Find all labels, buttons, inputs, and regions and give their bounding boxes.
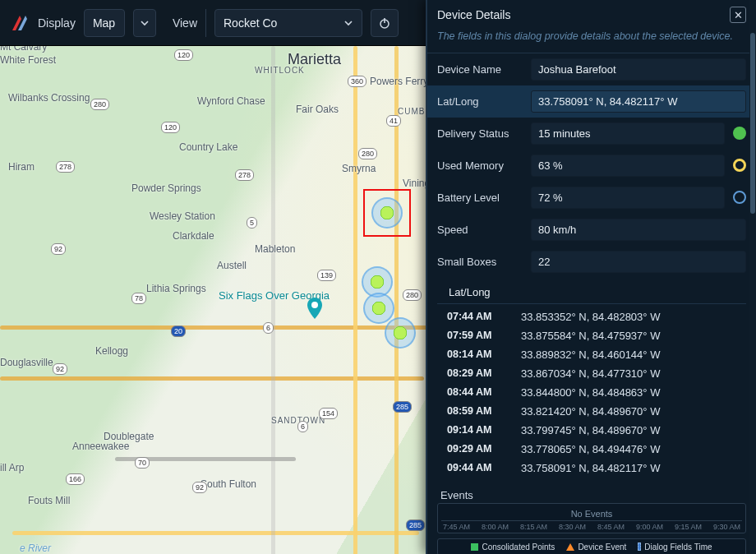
field-value[interactable]: 63 % (531, 155, 725, 177)
view-value: Rocket Co (224, 16, 277, 30)
svg-point-2 (311, 302, 318, 308)
route-shield: 41 (386, 115, 401, 127)
field-value[interactable]: 80 km/h (531, 219, 746, 241)
route-shield: 154 (319, 408, 338, 419)
map-place-label: White Forest (0, 54, 56, 66)
map-place-label: Austell (217, 260, 247, 271)
map-place-label: Douglasville (0, 357, 53, 368)
route-shield: 6 (297, 421, 308, 432)
route-shield: 139 (317, 270, 336, 281)
map-place-label: ill Arp (0, 462, 24, 473)
poi-pin-icon[interactable] (307, 298, 322, 319)
route-shield: 280 (90, 99, 109, 110)
route-shield: 20 (171, 325, 186, 337)
route-shield: 280 (403, 289, 422, 301)
map-place-label: Smyrna (342, 163, 376, 174)
chevron-down-icon (343, 18, 353, 28)
map-place-label: Wesley Station (150, 210, 215, 222)
field-label: Lat/Long (437, 95, 523, 108)
map-place-label: Mt Calvary (0, 46, 47, 53)
consolidated-icon (471, 543, 478, 551)
device-details-panel: Device Details ✕ The fields in this dial… (426, 0, 756, 554)
status-indicator-icon (733, 127, 746, 140)
events-timeline[interactable]: No Events 7:45 AM 8:00 AM 8:15 AM 8:30 A… (437, 503, 746, 533)
route-shield: 120 (161, 122, 180, 133)
field-label: Used Memory (437, 159, 523, 172)
field-delivery-status: Delivery Status 15 minutes (427, 118, 756, 150)
history-heading: Lat/Long (437, 278, 746, 304)
display-caret-button[interactable] (133, 9, 156, 37)
view-select[interactable]: Rocket Co (214, 9, 362, 37)
device-event-icon (566, 543, 574, 551)
power-button[interactable] (371, 9, 399, 37)
no-events-label: No Events (441, 509, 742, 521)
map-place-label: Wilbanks Crossing (8, 92, 90, 104)
route-shield: 285 (406, 519, 425, 531)
field-label: Delivery Status (437, 127, 523, 140)
route-shield: 278 (56, 161, 75, 173)
map-river-label: e River (20, 542, 51, 554)
map-place-label: Powder Springs (131, 182, 201, 194)
field-speed: Speed 80 km/h (427, 214, 756, 246)
route-shield: 6 (263, 322, 274, 334)
display-select[interactable]: Map (84, 9, 125, 37)
events-heading: Events (437, 484, 746, 503)
map-area-label: WHITLOCK (255, 66, 305, 75)
latlong-history: 07:44 AM33.853352° N, 84.482803° W 07:59… (427, 304, 756, 484)
panel-scrollbar[interactable] (749, 0, 756, 554)
field-latlong: Lat/Long 33.758091° N, 84.482117° W (427, 85, 756, 118)
map-place-label: Mableton (255, 243, 295, 255)
chevron-down-icon (140, 18, 150, 28)
map-place-label: Anneewakee (72, 441, 129, 452)
history-row: 08:29 AM33.867034° N, 84.477310° W (437, 364, 746, 383)
history-row: 08:44 AM33.844800° N, 84.484863° W (437, 383, 746, 402)
route-shield: 120 (174, 49, 193, 61)
field-used-memory: Used Memory 63 % (427, 150, 756, 182)
route-shield: 92 (53, 363, 67, 375)
power-icon (378, 16, 391, 30)
field-device-name: Device Name Joshua Barefoot (427, 53, 756, 85)
route-shield: 78 (131, 293, 146, 304)
map-place-label: Clarkdale (173, 230, 214, 242)
field-label: Device Name (437, 63, 523, 76)
events-section: Events No Events 7:45 AM 8:00 AM 8:15 AM… (437, 484, 746, 555)
history-row: 08:59 AM33.821420° N, 84.489670° W (437, 402, 746, 421)
history-row: 08:14 AM33.889832° N, 84.460144° W (437, 345, 746, 364)
route-shield: 360 (348, 76, 366, 87)
selected-device-highlight (363, 189, 411, 237)
field-value[interactable]: 22 (531, 251, 746, 273)
display-label: Display (38, 16, 76, 30)
panel-close-button[interactable]: ✕ (730, 7, 746, 23)
panel-title: Device Details (437, 8, 730, 21)
status-indicator-icon (733, 159, 746, 172)
route-shield: 278 (235, 169, 254, 181)
view-label: View (173, 16, 197, 30)
history-row: 07:59 AM33.875584° N, 84.475937° W (437, 326, 746, 345)
status-indicator-icon (733, 191, 746, 204)
toolbar-divider (205, 9, 206, 37)
field-value[interactable]: Joshua Barefoot (531, 58, 746, 81)
field-value[interactable]: 72 % (531, 187, 725, 209)
route-shield: 280 (358, 148, 377, 159)
field-label: Battery Level (437, 192, 523, 204)
history-row: 09:14 AM33.799745° N, 84.489670° W (437, 421, 746, 440)
route-shield: 166 (66, 473, 85, 485)
route-shield: 285 (393, 401, 412, 413)
field-battery-level: Battery Level 72 % (427, 182, 756, 214)
route-shield: 5 (247, 217, 257, 229)
display-value: Map (93, 16, 115, 30)
field-value[interactable]: 15 minutes (531, 122, 725, 145)
map-place-label: Wynford Chase (197, 95, 265, 107)
device-marker[interactable] (363, 293, 394, 324)
map-place-label: Powers Ferry (370, 76, 428, 87)
field-label: Small Boxes (437, 256, 523, 268)
app-logo-icon (10, 13, 30, 33)
map-place-label: Country Lake (179, 141, 237, 153)
field-label: Speed (437, 224, 523, 236)
field-value[interactable]: 33.758091° N, 84.482117° W (531, 90, 746, 113)
device-marker[interactable] (385, 317, 416, 349)
map-place-label: South Fulton (201, 478, 256, 490)
route-shield: 70 (135, 457, 150, 469)
history-row: 09:44 AM33.758091° N, 84.482117° W (437, 459, 746, 478)
timeline-ticks: 7:45 AM 8:00 AM 8:15 AM 8:30 AM 8:45 AM … (441, 521, 742, 531)
